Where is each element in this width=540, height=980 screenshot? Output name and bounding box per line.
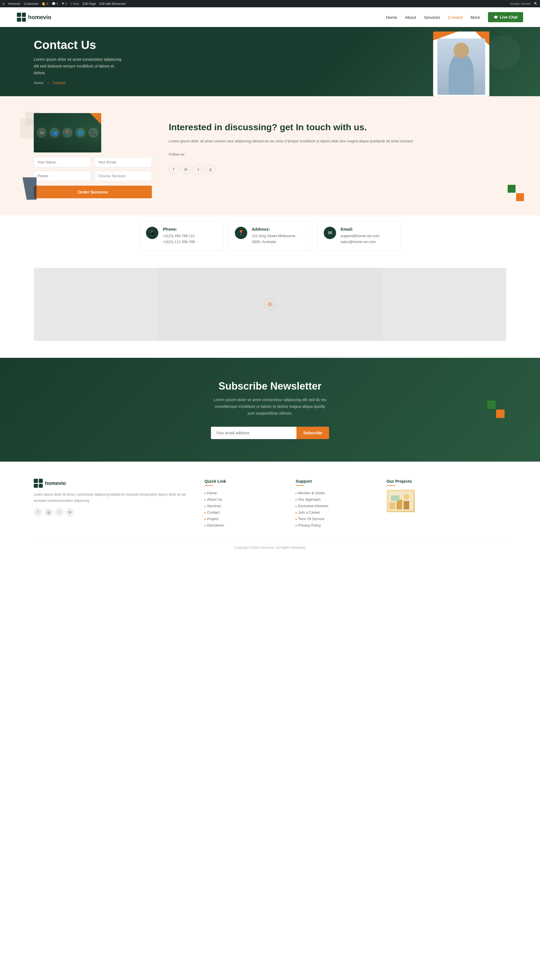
contact-section: ✉ 👥 📍 🌐 📞 Choose Services Order Services bbox=[0, 96, 540, 215]
nav-home[interactable]: Home bbox=[386, 15, 397, 20]
social-pinterest[interactable]: p bbox=[206, 165, 216, 174]
social-icons: f in t p bbox=[169, 165, 506, 174]
info-card-phone: 📱 Phone: +(123) 456 789 111 +(321) 111 4… bbox=[139, 221, 223, 251]
contact-heading: Interested in discussing? get In touch w… bbox=[169, 121, 506, 133]
footer-social-twitter[interactable]: t bbox=[55, 508, 64, 517]
hero-content: Contact Us Lorem ipsum dolor sit amet co… bbox=[34, 38, 506, 85]
deco-chevron bbox=[22, 177, 37, 200]
phone-input[interactable] bbox=[34, 171, 91, 181]
footer-link-services[interactable]: Services bbox=[205, 503, 284, 509]
breadcrumb-current: Contact bbox=[52, 81, 65, 85]
social-linkedin[interactable]: in bbox=[181, 165, 191, 174]
admin-edit-elementor[interactable]: Edit with Elementor bbox=[99, 2, 126, 5]
footer-link-contact[interactable]: Contact bbox=[205, 509, 284, 515]
newsletter-title: Subscribe Newsletter bbox=[34, 380, 506, 392]
email-line2: sales@home-vio.com bbox=[341, 239, 380, 245]
admin-wp-logo[interactable]: ⊞ bbox=[2, 2, 5, 6]
email-title: Email: bbox=[341, 227, 380, 232]
name-input[interactable] bbox=[34, 157, 91, 167]
nav-services[interactable]: Services bbox=[424, 15, 440, 20]
footer-logo-text: homevio bbox=[45, 480, 66, 486]
info-card-phone-content: Phone: +(123) 456 789 111 +(321) 111 456… bbox=[163, 227, 195, 245]
site-footer: homevio Lorem ipsum dolor sit amet, cons… bbox=[0, 461, 540, 555]
footer-support-advisors[interactable]: Exclusive Advisors bbox=[295, 503, 375, 509]
info-card-address-content: Address: 121 King Street Melbourne, 3000… bbox=[252, 227, 296, 245]
breadcrumb-separator: → bbox=[46, 81, 50, 85]
admin-new[interactable]: + New bbox=[70, 2, 79, 5]
admin-homevio[interactable]: Homevio bbox=[8, 2, 20, 5]
order-services-button[interactable]: Order Services bbox=[34, 186, 152, 198]
subscribe-button[interactable]: Subscribe bbox=[297, 427, 329, 439]
svg-rect-13 bbox=[391, 495, 399, 501]
footer-support-terms[interactable]: Term Of Service bbox=[295, 515, 375, 522]
footer-copyright: Copyright ©2023 Homevio. All Rights Rese… bbox=[34, 546, 506, 550]
address-line2: 3000, Australia bbox=[252, 239, 296, 245]
footer-link-home[interactable]: Home bbox=[205, 490, 284, 496]
social-facebook[interactable]: f bbox=[169, 165, 178, 174]
footer-support-approach[interactable]: Our Approach bbox=[295, 496, 375, 503]
livechat-button[interactable]: Live Chat bbox=[488, 12, 523, 22]
form-image-corner bbox=[90, 113, 101, 124]
footer-projects: Our Projects bbox=[387, 479, 506, 528]
admin-counter1[interactable]: 🔔 6 bbox=[41, 2, 48, 6]
admin-bar: ⊞ Homevio Customize 🔔 6 💬 5 ⚑ 0 + New Ed… bbox=[0, 0, 540, 7]
email-input[interactable] bbox=[94, 157, 152, 167]
svg-rect-1 bbox=[516, 193, 524, 201]
site-header: homevio Home About Services Contact More… bbox=[0, 7, 540, 27]
follow-label: Follow us: bbox=[169, 151, 506, 158]
nav-more[interactable]: More bbox=[470, 15, 480, 20]
footer-support: Support Mission & Vision Our Approach Ex… bbox=[295, 479, 375, 528]
hero-title: Contact Us bbox=[34, 38, 506, 52]
info-card-address: 📍 Address: 121 King Street Melbourne, 30… bbox=[228, 221, 312, 251]
admin-search-icon[interactable]: 🔍 bbox=[534, 2, 538, 6]
phone-line2: +(321) 111 456 789 bbox=[163, 239, 195, 245]
footer-social: f ig t in bbox=[34, 508, 193, 517]
phone-icon: 📱 bbox=[146, 227, 158, 239]
footer-support-mission[interactable]: Mission & Vision bbox=[295, 490, 375, 496]
hero-description: Lorem ipsum dolor sit amet consectetur a… bbox=[34, 56, 124, 76]
map-placeholder bbox=[34, 268, 506, 341]
footer-link-about[interactable]: About Us bbox=[205, 496, 284, 503]
newsletter-email-input[interactable] bbox=[211, 427, 297, 439]
footer-link-disclaimer[interactable]: Disclaimer bbox=[205, 522, 284, 528]
footer-support-title: Support bbox=[295, 479, 375, 486]
footer-support-privacy[interactable]: Privacy Policy bbox=[295, 522, 375, 528]
footer-brand: homevio Lorem ipsum dolor sit amet, cons… bbox=[34, 479, 193, 528]
footer-support-career[interactable]: Join a Career bbox=[295, 509, 375, 515]
email-line1: support@home-vio.com bbox=[341, 233, 380, 239]
newsletter-section: Subscribe Newsletter Lorem ipsum dolor s… bbox=[0, 358, 540, 461]
map-section bbox=[0, 262, 540, 358]
admin-user: Howdy, ahmed bbox=[510, 2, 530, 5]
services-select[interactable]: Choose Services bbox=[94, 171, 152, 181]
footer-project-image bbox=[387, 490, 415, 512]
newsletter-deco bbox=[486, 400, 506, 420]
address-line1: 121 King Street Melbourne, bbox=[252, 233, 296, 239]
admin-customize[interactable]: Customize bbox=[24, 2, 38, 5]
address-title: Address: bbox=[252, 227, 296, 232]
deco-diamond bbox=[506, 183, 526, 204]
footer-link-project[interactable]: Project bbox=[205, 515, 284, 522]
nav-about[interactable]: About bbox=[405, 15, 416, 20]
svg-rect-8 bbox=[496, 410, 505, 418]
phone-title: Phone: bbox=[163, 227, 195, 232]
info-cards-section: 📱 Phone: +(123) 456 789 111 +(321) 111 4… bbox=[0, 215, 540, 262]
footer-social-instagram[interactable]: ig bbox=[44, 508, 53, 517]
contact-form-column: ✉ 👥 📍 🌐 📞 Choose Services Order Services bbox=[34, 113, 152, 198]
breadcrumb-home[interactable]: Home bbox=[34, 81, 44, 85]
footer-quicklink-title: Quick Link bbox=[205, 479, 284, 486]
nav-contact[interactable]: Contact bbox=[448, 15, 463, 20]
footer-social-facebook[interactable]: f bbox=[34, 508, 42, 517]
main-nav: Home About Services Contact More Live Ch… bbox=[386, 12, 523, 22]
svg-rect-7 bbox=[487, 401, 496, 409]
footer-social-linkedin[interactable]: in bbox=[66, 508, 74, 517]
social-twitter[interactable]: t bbox=[194, 165, 203, 174]
admin-counter3[interactable]: ⚑ 0 bbox=[62, 2, 67, 6]
admin-edit-page[interactable]: Edit Page bbox=[83, 2, 96, 5]
site-logo[interactable]: homevio bbox=[17, 13, 51, 22]
form-row-1 bbox=[34, 157, 152, 167]
footer-projects-title: Our Projects bbox=[387, 479, 506, 486]
svg-rect-11 bbox=[397, 500, 402, 509]
admin-counter2[interactable]: 💬 5 bbox=[52, 2, 58, 6]
address-icon: 📍 bbox=[235, 227, 247, 239]
logo-text: homevio bbox=[28, 14, 51, 21]
